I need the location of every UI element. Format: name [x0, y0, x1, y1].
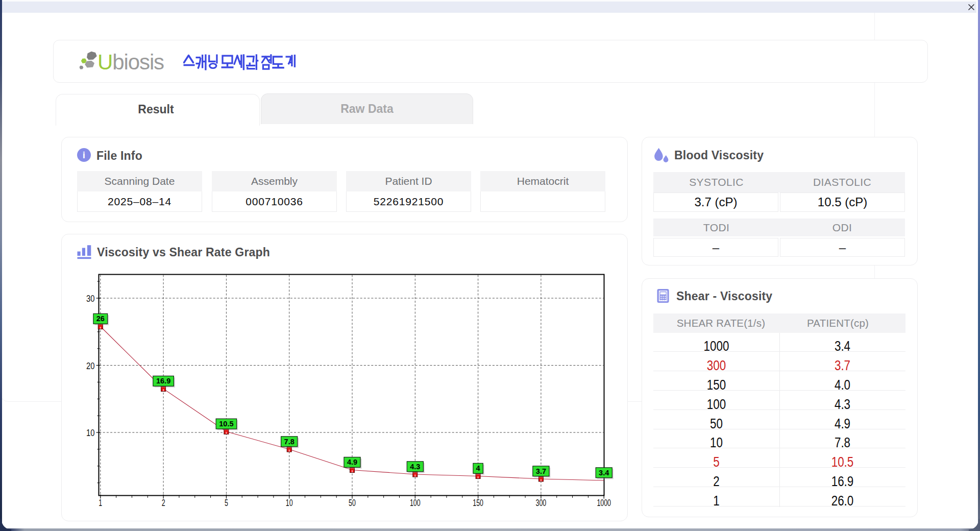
svg-text:5: 5: [225, 498, 228, 508]
svg-text:4: 4: [476, 464, 480, 472]
svg-text:1000: 1000: [597, 498, 611, 508]
svg-text:4.9: 4.9: [347, 458, 357, 466]
svg-text:10: 10: [86, 428, 95, 438]
svg-text:100: 100: [410, 498, 421, 508]
svg-text:3.4: 3.4: [599, 469, 609, 477]
svg-text:2: 2: [162, 498, 165, 508]
svg-text:7.8: 7.8: [284, 438, 295, 446]
svg-text:50: 50: [349, 498, 356, 508]
svg-text:30: 30: [86, 294, 95, 304]
svg-text:10: 10: [286, 498, 293, 508]
svg-text:3.7: 3.7: [536, 467, 546, 475]
svg-text:150: 150: [473, 498, 483, 508]
svg-text:300: 300: [536, 498, 547, 508]
svg-text:4.3: 4.3: [410, 463, 420, 471]
svg-text:20: 20: [86, 361, 95, 371]
svg-text:1: 1: [99, 498, 102, 508]
svg-text:10.5: 10.5: [219, 420, 233, 428]
svg-text:16.9: 16.9: [156, 377, 170, 385]
svg-text:26: 26: [96, 315, 105, 323]
